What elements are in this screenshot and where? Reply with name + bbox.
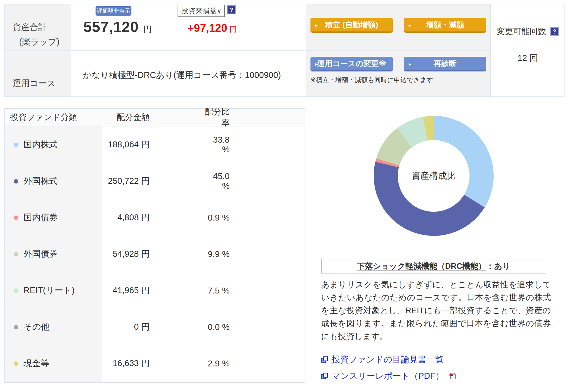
drc-feature-title: 下落ショック軽減機能（DRC機能）: [357, 261, 486, 271]
total-assets-label: 資産合計 (楽ラップ): [5, 4, 71, 50]
category-label: その他: [24, 321, 49, 333]
donut-segment-外国株式: [374, 162, 485, 236]
external-window-icon: [321, 356, 328, 363]
category-color-dot: [14, 179, 18, 184]
donut-segment-国内株式: [434, 116, 494, 207]
rediagnosis-button-label: 再診断: [434, 59, 457, 69]
allocation-ratio: 9.9 %: [205, 236, 305, 272]
arrow-right-icon: ▸: [315, 61, 318, 67]
category-label: 現金等: [24, 358, 49, 369]
allocation-table-body: 国内株式 188,064 円 33.8 % 外国株式 250,722 円 45.…: [5, 126, 305, 382]
course-description: あまりリスクを気にしすぎずに、とことん収益性を追求していきたいあなたのためのコー…: [321, 278, 551, 343]
arrow-right-icon: ▸: [315, 22, 318, 29]
category-label: 外国株式: [24, 175, 58, 187]
change-count-help-icon[interactable]: ?: [550, 27, 559, 36]
category-label: 国内株式: [24, 139, 58, 151]
allocation-ratio: 33.8 %: [205, 126, 305, 163]
deposit-actions-area: ▸ 積立 (自動増額) ▸ 増額・減額: [306, 4, 490, 50]
allocation-ratio: 45.0 %: [205, 163, 305, 199]
allocation-ratio: 0.9 %: [205, 199, 305, 236]
total-assets-value-area: 評価額非表示 投資来損益 ∨ ? 557,120 円 +97,120 円: [71, 4, 306, 50]
table-row: REIT(リート) 41,965 円 7.5 %: [5, 272, 305, 309]
allocation-amount: 250,722 円: [102, 163, 205, 199]
allocation-amount: 16,633 円: [102, 345, 205, 382]
tsumitate-button-label: 積立 (自動増額): [325, 20, 378, 30]
category-color-dot: [14, 361, 18, 366]
category-color-dot: [14, 252, 18, 256]
profit-loss-help-icon[interactable]: ?: [227, 5, 236, 14]
hide-valuation-button[interactable]: 評価額非表示: [96, 6, 131, 16]
allocation-amount: 188,064 円: [102, 126, 205, 163]
change-course-button-label: 運用コースの変更※: [317, 59, 386, 69]
arrow-right-icon: ▸: [409, 22, 411, 29]
category-color-dot: [14, 325, 18, 329]
table-row: 外国株式 250,722 円 45.0 %: [5, 163, 305, 199]
table-row: 国内株式 188,064 円 33.8 %: [5, 126, 305, 163]
total-assets-value: 557,120: [83, 19, 139, 36]
course-label: 運用コース: [5, 50, 71, 96]
rediagnosis-button[interactable]: ▸ 再診断: [404, 57, 486, 71]
drc-feature-box: 下落ショック軽減機能（DRC機能） ：あり: [321, 259, 546, 273]
arrow-right-icon: ▸: [409, 61, 411, 67]
category-label: 国内債券: [24, 212, 58, 223]
category-label: 外国債券: [24, 248, 58, 260]
change-count-panel: 変更可能回数 ? 12 回: [490, 4, 564, 96]
change-count-value: 12 回: [517, 52, 538, 64]
total-assets-label-line2: (楽ラップ): [13, 36, 71, 48]
course-name: かなり積極型-DRCあり(運用コース番号：1000900): [83, 69, 281, 81]
prospectus-link-row: 投資ファンドの目論見書一覧: [321, 354, 456, 366]
donut-chart-svg: [372, 114, 495, 238]
asset-composition-donut-chart: 資産構成比: [372, 114, 495, 238]
drc-feature-status: ：あり: [486, 261, 510, 271]
allocation-ratio: 0.0 %: [205, 309, 305, 345]
change-count-label: 変更可能回数: [497, 26, 546, 37]
profit-loss-unit: 円: [230, 24, 237, 34]
account-summary-panel: 資産合計 (楽ラップ) 評価額非表示 投資来損益 ∨ ? 557,120 円 +…: [4, 4, 565, 97]
monthly-report-link-row: マンスリーレポート（PDF）: [321, 370, 456, 382]
allocation-amount: 0 円: [102, 309, 205, 345]
monthly-report-link[interactable]: マンスリーレポート（PDF）: [332, 370, 444, 382]
total-assets-label-line1: 資産合計: [13, 21, 71, 33]
external-window-icon: [321, 373, 328, 380]
table-row: 国内債券 4,808 円 0.9 %: [5, 199, 305, 236]
header-category: 投資ファンド分類: [5, 112, 102, 123]
fund-allocation-table: 投資ファンド分類 配分金額 配分比率 国内株式 188,064 円 33.8 %…: [4, 108, 305, 383]
profit-loss-select-value: 投資来損益: [181, 6, 217, 16]
table-row: 現金等 16,633 円 2.9 %: [5, 345, 305, 382]
change-course-button[interactable]: ▸ 運用コースの変更※: [310, 57, 393, 71]
total-assets-unit: 円: [143, 24, 152, 35]
profit-loss-value: +97,120: [188, 22, 227, 34]
course-actions-area: ▸ 運用コースの変更※ ▸ 再診断 ※積立・増額・減額も同時に申込できます: [306, 50, 490, 96]
profit-loss-select[interactable]: 投資来損益 ∨: [178, 5, 225, 17]
table-row: その他 0 円 0.0 %: [5, 309, 305, 345]
chevron-down-icon: ∨: [217, 7, 221, 14]
table-row: 外国債券 54,928 円 9.9 %: [5, 236, 305, 272]
category-label: REIT(リート): [24, 285, 75, 296]
allocation-amount: 4,808 円: [102, 199, 205, 236]
pdf-file-icon: [449, 372, 456, 380]
allocation-amount: 54,928 円: [102, 236, 205, 272]
header-ratio: 配分比率: [205, 106, 305, 129]
allocation-ratio: 7.5 %: [205, 272, 305, 309]
category-color-dot: [14, 288, 18, 293]
course-name-area: かなり積極型-DRCあり(運用コース番号：1000900): [71, 50, 306, 96]
category-color-dot: [14, 216, 18, 220]
document-links: 投資ファンドの目論見書一覧 マンスリーレポート（PDF）: [321, 354, 456, 382]
tsumitate-auto-increase-button[interactable]: ▸ 積立 (自動増額): [310, 18, 393, 33]
increase-decrease-button[interactable]: ▸ 増額・減額: [404, 18, 486, 33]
allocation-amount: 41,965 円: [102, 272, 205, 309]
prospectus-link[interactable]: 投資ファンドの目論見書一覧: [332, 354, 443, 366]
allocation-ratio: 2.9 %: [205, 345, 305, 382]
category-color-dot: [14, 143, 18, 147]
allocation-table-header: 投資ファンド分類 配分金額 配分比率: [5, 109, 305, 126]
simultaneous-application-note: ※積立・増額・減額も同時に申込できます: [310, 76, 433, 84]
increase-decrease-button-label: 増額・減額: [426, 20, 464, 30]
header-amount: 配分金額: [102, 112, 205, 123]
